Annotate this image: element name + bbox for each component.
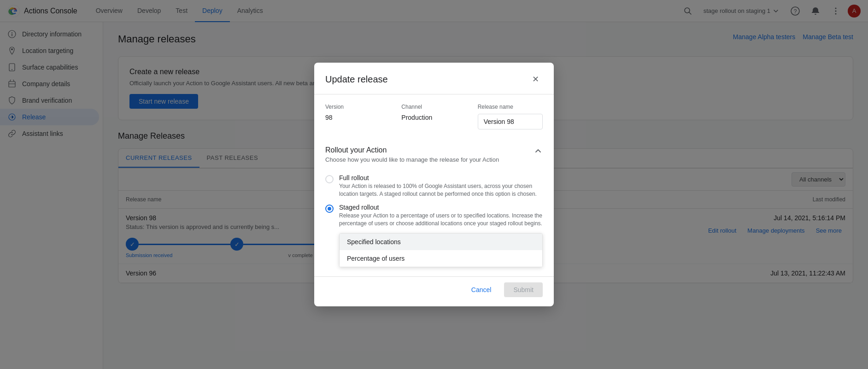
staged-rollout-dropdown: Specified locations Percentage of users — [339, 233, 543, 267]
version-col: Version 98 — [325, 104, 390, 129]
release-name-label: Release name — [478, 104, 543, 110]
full-rollout-option[interactable]: Full rollout Your Action is released to … — [325, 174, 543, 198]
staged-rollout-text: Staged rollout Release your Action to a … — [339, 204, 543, 228]
cancel-button[interactable]: Cancel — [462, 282, 501, 297]
staged-rollout-label: Staged rollout — [339, 204, 543, 211]
full-rollout-text: Full rollout Your Action is released to … — [339, 174, 543, 198]
release-name-col: Release name — [478, 104, 543, 129]
staged-rollout-desc: Release your Action to a percentage of u… — [339, 212, 543, 228]
update-release-modal: Update release ✕ Version 98 Channel Prod… — [314, 63, 554, 306]
rollout-header-text: Rollout your Action Choose how you would… — [325, 146, 499, 163]
modal-overlay[interactable]: Update release ✕ Version 98 Channel Prod… — [0, 0, 868, 369]
modal-body: Version 98 Channel Production Release na… — [314, 94, 554, 276]
rollout-chevron-up-icon — [534, 146, 543, 158]
submit-button[interactable]: Submit — [504, 282, 543, 297]
version-label: Version — [325, 104, 390, 110]
rollout-desc: Choose how you would like to manage the … — [325, 156, 499, 163]
channel-col: Channel Production — [401, 104, 466, 129]
dropdown-item-percentage-users[interactable]: Percentage of users — [340, 250, 542, 267]
dropdown-item-specified-locations[interactable]: Specified locations — [340, 234, 542, 250]
release-name-input[interactable] — [478, 114, 543, 129]
modal-footer: Cancel Submit — [314, 276, 554, 306]
staged-rollout-option[interactable]: Staged rollout Release your Action to a … — [325, 204, 543, 228]
modal-close-button[interactable]: ✕ — [528, 72, 543, 87]
rollout-header[interactable]: Rollout your Action Choose how you would… — [325, 141, 543, 169]
channel-label: Channel — [401, 104, 466, 110]
version-value: 98 — [325, 114, 390, 121]
rollout-title: Rollout your Action — [325, 146, 499, 154]
staged-rollout-radio[interactable] — [325, 205, 334, 213]
channel-value: Production — [401, 114, 466, 121]
modal-header: Update release ✕ — [314, 63, 554, 94]
full-rollout-desc: Your Action is released to 100% of Googl… — [339, 182, 543, 198]
modal-title: Update release — [325, 74, 388, 85]
rollout-section: Rollout your Action Choose how you would… — [325, 141, 543, 267]
full-rollout-label: Full rollout — [339, 174, 543, 182]
full-rollout-radio[interactable] — [325, 175, 334, 183]
version-channel-row: Version 98 Channel Production Release na… — [325, 104, 543, 129]
